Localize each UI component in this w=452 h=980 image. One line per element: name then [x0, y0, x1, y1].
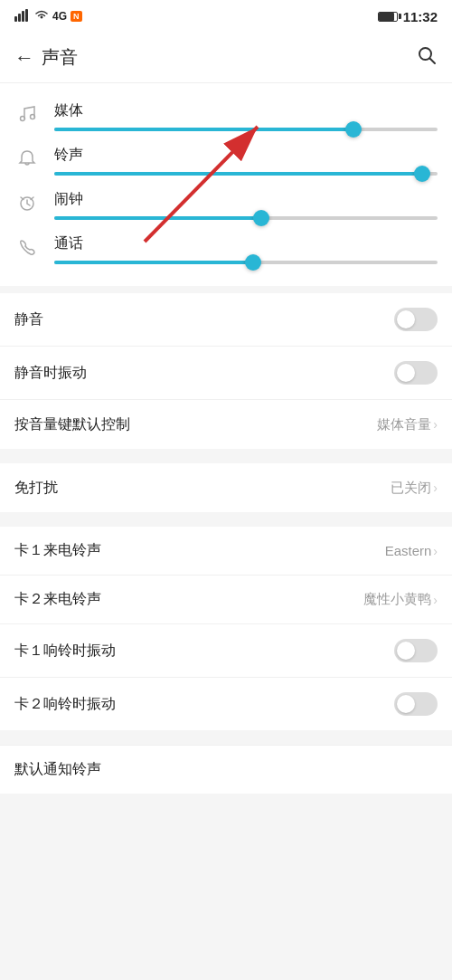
- svg-line-5: [430, 58, 436, 63]
- header-left: ← 声音: [14, 45, 78, 70]
- alarm-slider-content: 闹钟: [54, 190, 438, 220]
- svg-rect-1: [18, 14, 21, 22]
- search-button[interactable]: [416, 44, 438, 71]
- dnd-item[interactable]: 免打扰 已关闭 ›: [0, 463, 452, 512]
- media-label: 媒体: [54, 101, 438, 120]
- music-icon: [14, 104, 40, 128]
- media-fill: [54, 128, 353, 131]
- call-label: 通话: [54, 234, 438, 253]
- volume-key-chevron: ›: [433, 417, 438, 432]
- dnd-chevron: ›: [433, 480, 438, 495]
- app-header: ← 声音: [0, 33, 452, 83]
- wifi-icon: [34, 9, 49, 24]
- dnd-label: 免打扰: [14, 479, 58, 498]
- mute-toggle[interactable]: [394, 308, 438, 331]
- svg-point-8: [21, 117, 25, 121]
- status-right: 11:32: [378, 9, 438, 24]
- media-track[interactable]: [54, 128, 438, 131]
- svg-rect-3: [25, 9, 28, 22]
- media-slider-row: 媒体: [0, 94, 452, 138]
- svg-rect-0: [14, 16, 17, 22]
- sim1-ring-item[interactable]: 卡１来电铃声 Eastern ›: [0, 527, 452, 576]
- sim2-ring-label: 卡２来电铃声: [14, 590, 101, 609]
- sim2-ring-value: 魔性小黄鸭 ›: [363, 591, 438, 608]
- status-bar: 4G N 11:32: [0, 0, 452, 33]
- phone-icon: [14, 237, 40, 262]
- sim1-ring-value: Eastern ›: [385, 543, 438, 558]
- back-button[interactable]: ←: [14, 46, 34, 70]
- volume-key-value-text: 媒体音量: [377, 416, 431, 433]
- sim2-vibrate-toggle-thumb: [397, 695, 415, 713]
- dnd-value-text: 已关闭: [391, 480, 431, 497]
- mute-item: 静音: [0, 293, 452, 347]
- alarm-fill: [54, 216, 261, 220]
- page-title: 声音: [42, 45, 78, 70]
- ringtone-thumb[interactable]: [414, 166, 430, 182]
- ringtone-label: 铃声: [54, 146, 438, 165]
- volume-key-value: 媒体音量 ›: [377, 416, 438, 433]
- call-slider-row: 通话: [0, 227, 452, 271]
- sim2-vibrate-toggle[interactable]: [394, 692, 438, 716]
- battery-icon: [378, 12, 398, 22]
- dnd-section: 免打扰 已关闭 ›: [0, 463, 452, 512]
- svg-point-9: [31, 115, 35, 119]
- sim1-vibrate-toggle-thumb: [397, 642, 415, 660]
- ringtone-track[interactable]: [54, 172, 438, 176]
- sim2-vibrate-item: 卡２响铃时振动: [0, 678, 452, 730]
- svg-rect-2: [22, 11, 24, 22]
- mute-toggle-thumb: [397, 310, 415, 328]
- alarm-track[interactable]: [54, 216, 438, 220]
- sim1-vibrate-label: 卡１响铃时振动: [14, 642, 116, 661]
- sim2-vibrate-label: 卡２响铃时振动: [14, 695, 116, 714]
- sim1-ring-label: 卡１来电铃声: [14, 541, 101, 560]
- sim2-ring-value-text: 魔性小黄鸭: [363, 591, 431, 608]
- ringtone-slider-row: 铃声: [0, 138, 452, 183]
- separator-3: [0, 737, 452, 745]
- sim1-vibrate-toggle[interactable]: [394, 639, 438, 662]
- separator-1: [0, 456, 452, 463]
- dnd-value: 已关闭 ›: [391, 480, 438, 497]
- media-slider-content: 媒体: [54, 101, 438, 131]
- volume-key-item[interactable]: 按音量键默认控制 媒体音量 ›: [0, 400, 452, 449]
- sim2-ring-chevron: ›: [433, 593, 438, 607]
- ringtone-fill: [54, 172, 422, 176]
- call-thumb[interactable]: [245, 254, 261, 271]
- alarm-slider-row: 闹钟: [0, 183, 452, 227]
- ring-section: 卡１来电铃声 Eastern › 卡２来电铃声 魔性小黄鸭 › 卡１响铃时振动 …: [0, 527, 452, 730]
- call-track[interactable]: [54, 261, 438, 264]
- sim2-ring-item[interactable]: 卡２来电铃声 魔性小黄鸭 ›: [0, 576, 452, 624]
- alarm-thumb[interactable]: [253, 210, 269, 226]
- bell-icon: [14, 148, 40, 173]
- separator-2: [0, 519, 452, 527]
- alarm-icon: [14, 193, 40, 217]
- vibrate-mute-toggle-thumb: [397, 364, 415, 382]
- partial-label: 默认通知铃声: [14, 761, 101, 776]
- sliders-section: 媒体 铃声: [0, 83, 452, 286]
- call-fill: [54, 261, 253, 264]
- 4g-label: 4G: [52, 10, 67, 23]
- sim1-ring-chevron: ›: [433, 544, 438, 558]
- vibrate-mute-toggle[interactable]: [394, 361, 438, 385]
- volume-key-label: 按音量键默认控制: [14, 415, 130, 434]
- time-label: 11:32: [403, 9, 438, 24]
- nfc-icon: N: [71, 11, 82, 22]
- media-thumb[interactable]: [345, 121, 362, 138]
- toggle-section: 静音 静音时振动 按音量键默认控制 媒体音量 ›: [0, 293, 452, 449]
- vibrate-mute-item: 静音时振动: [0, 347, 452, 400]
- sim1-ring-value-text: Eastern: [385, 543, 432, 558]
- vibrate-mute-label: 静音时振动: [14, 364, 87, 383]
- partial-notification-item[interactable]: 默认通知铃声: [0, 745, 452, 794]
- call-slider-content: 通话: [54, 234, 438, 264]
- signal-icon: [14, 9, 31, 24]
- alarm-label: 闹钟: [54, 190, 438, 209]
- mute-label: 静音: [14, 310, 43, 329]
- sim1-vibrate-item: 卡１响铃时振动: [0, 624, 452, 678]
- status-left: 4G N: [14, 9, 82, 24]
- ringtone-slider-content: 铃声: [54, 146, 438, 176]
